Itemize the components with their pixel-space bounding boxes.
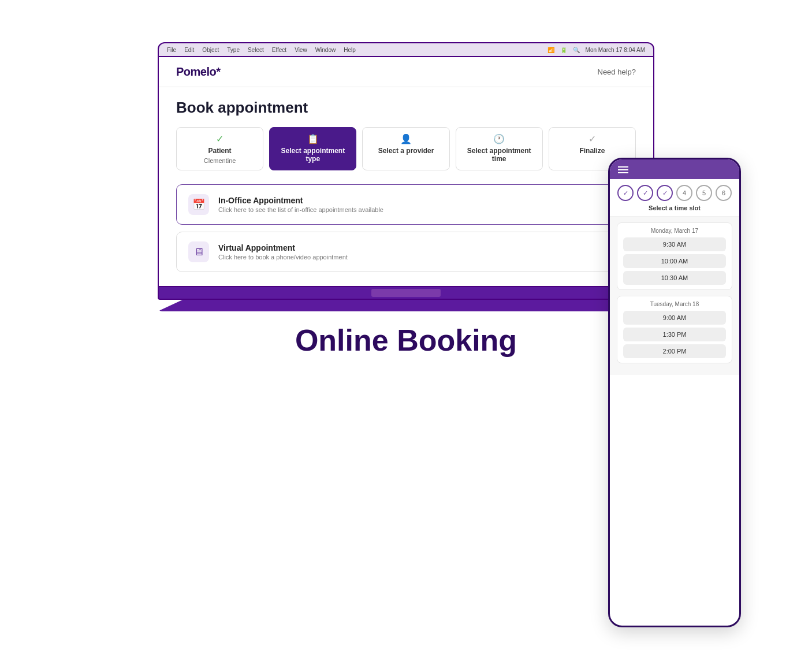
monday-group: Monday, March 17 9:30 AM 10:00 AM 10:30 … [617,222,732,290]
virtual-title: Virtual Appointment [218,243,612,252]
step-appt-time-label: Select appointment time [463,147,535,163]
tuesday-group: Tuesday, March 18 9:00 AM 1:30 PM 2:00 P… [617,296,732,363]
steps-bar: ✓ Patient Clementine 📋 Select appointmen… [176,127,636,170]
time-slot-130[interactable]: 1:30 PM [623,328,726,341]
phone-steps: ✓ ✓ ✓ 4 5 6 Select a time slot [610,179,739,217]
page-title: Book appointment [176,99,636,117]
time-slot-930[interactable]: 9:30 AM [623,237,726,251]
virtual-desc: Click here to book a phone/video appoint… [218,254,612,261]
laptop-stand [158,300,654,311]
step-patient-sub: Clementine [204,157,236,164]
time-slot-200[interactable]: 2:00 PM [623,344,726,358]
menu-edit[interactable]: Edit [184,47,194,53]
phone-step-2: ✓ [637,185,653,201]
virtual-icon: 🖥 [188,241,209,262]
step-appt-type-icon: 📋 [307,133,319,144]
menu-type[interactable]: Type [227,47,240,53]
menu-view[interactable]: View [295,47,307,53]
phone-step-3: ✓ [657,185,673,201]
step-patient[interactable]: ✓ Patient Clementine [176,127,263,170]
phone-steps-label: Select a time slot [617,204,732,211]
in-office-icon: 📅 [188,194,209,215]
menu-effect[interactable]: Effect [272,47,286,53]
hamburger-menu[interactable] [618,166,628,173]
menu-window[interactable]: Window [315,47,336,53]
time-slot-1030[interactable]: 10:30 AM [623,271,726,285]
bottom-text: Online Booking [295,323,517,358]
search-icon[interactable]: 🔍 [573,47,580,53]
step-appt-type-label: Select appointment type [277,147,349,163]
step-appt-time-icon: 🕐 [493,133,505,144]
phone-step-5: 5 [696,185,712,201]
step-patient-icon: ✓ [216,133,224,144]
time-slot-1000[interactable]: 10:00 AM [623,254,726,268]
step-finalize-label: Finalize [579,147,605,155]
phone-step-4: 4 [676,185,692,201]
menu-select[interactable]: Select [248,47,264,53]
phone-header [610,159,739,179]
trackpad [371,289,441,297]
menu-help[interactable]: Help [344,47,356,53]
in-office-title: In-Office Appointment [218,196,612,205]
tuesday-label: Tuesday, March 18 [623,301,726,307]
monday-label: Monday, March 17 [623,228,726,234]
wifi-icon: 📶 [547,47,554,53]
datetime-display: Mon March 17 8:04 AM [586,47,645,53]
phone-step-1: ✓ [617,185,634,201]
need-help-link[interactable]: Need help? [598,68,636,76]
option-virtual[interactable]: 🖥 Virtual Appointment Click here to book… [176,232,636,272]
step-provider[interactable]: 👤 Select a provider [362,127,449,170]
appointment-options: 📅 In-Office Appointment Click here to se… [176,184,636,272]
phone-mockup: ✓ ✓ ✓ 4 5 6 Select a time slot Monday, M… [608,158,741,627]
phone-body: Monday, March 17 9:30 AM 10:00 AM 10:30 … [610,217,739,375]
battery-icon: 🔋 [560,47,567,53]
menu-file[interactable]: File [167,47,176,53]
step-appt-type[interactable]: 📋 Select appointment type [269,127,356,170]
step-provider-label: Select a provider [378,147,434,155]
in-office-desc: Click here to see the list of in-office … [218,206,612,213]
time-slot-900[interactable]: 9:00 AM [623,311,726,325]
step-provider-icon: 👤 [400,133,412,144]
app-logo: Pomelo* [176,65,221,79]
step-appt-time[interactable]: 🕐 Select appointment time [456,127,543,170]
menu-object[interactable]: Object [202,47,219,53]
step-finalize-icon: ✓ [588,133,596,144]
step-patient-label: Patient [208,147,232,155]
option-in-office[interactable]: 📅 In-Office Appointment Click here to se… [176,184,636,225]
phone-step-6: 6 [716,185,732,201]
